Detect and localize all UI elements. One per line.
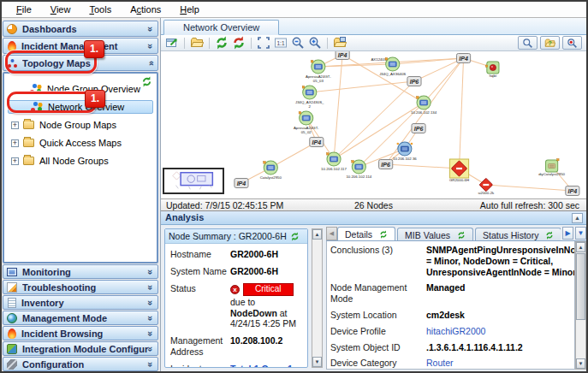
sidebar-panel-dashboards[interactable]: Dashboards» xyxy=(3,21,158,37)
expand-plus-icon[interactable]: + xyxy=(11,121,19,129)
menu-view[interactable]: View xyxy=(41,3,80,15)
scrollbar-thumb[interactable] xyxy=(576,253,585,320)
refresh-icon[interactable] xyxy=(376,230,388,239)
sidebar-panel-incident-browsing[interactable]: Incident Browsing» xyxy=(3,326,158,340)
status-refresh-icon[interactable] xyxy=(232,36,246,50)
field-value[interactable]: hitachiGR2000 xyxy=(426,326,571,337)
sidebar-item-all-node-groups[interactable]: +All Node Groups xyxy=(8,154,153,168)
menu-file[interactable]: File xyxy=(7,3,41,15)
map-node-f-ip4[interactable]: IP4 xyxy=(456,54,470,63)
sidebar-panel-integration-module-configuration[interactable]: Integration Module Configuration» xyxy=(3,341,158,356)
map-node-j-ip4[interactable]: IP4 xyxy=(310,138,324,147)
expand-chevron-icon[interactable]: » xyxy=(146,43,156,48)
map-node-o-ip6[interactable]: IP6 xyxy=(379,160,393,169)
map-node-h-ip6[interactable]: IP6 xyxy=(407,77,421,86)
expand-chevron-icon[interactable]: » xyxy=(146,269,156,274)
folder-icon xyxy=(23,157,34,165)
map-node-s-si2000-2k[interactable]: si2000-2k xyxy=(478,178,495,195)
find-node-icon[interactable] xyxy=(562,36,582,50)
expand-chevron-icon[interactable]: » xyxy=(146,284,156,289)
collapse-chevron-icon[interactable]: » xyxy=(146,60,156,65)
tab-status-history[interactable]: Status History xyxy=(475,228,561,241)
map-node-m-10-206-102-36[interactable]: 10.206.102.36 xyxy=(393,142,417,161)
map-node-g-hqbt[interactable]: hqbt xyxy=(485,62,499,78)
field-label: Hostname xyxy=(170,249,230,260)
field-value[interactable]: Total:1 Open:1 Last Hour:0 Last Day:0 Fi… xyxy=(230,364,304,368)
menu-tools[interactable]: Tools xyxy=(80,3,121,15)
expand-chevron-icon[interactable]: » xyxy=(146,299,156,305)
map-node-c-j34q-ax2430s-2[interactable]: J34Q_AX2430S_2 xyxy=(295,86,324,109)
open-map-icon[interactable] xyxy=(190,36,204,50)
map-node-k-10-206-102-117[interactable]: 10.206.102.117 xyxy=(321,152,347,171)
zoom-in-icon[interactable] xyxy=(308,36,322,50)
scroll-up-button[interactable]: ▲ xyxy=(312,229,322,240)
map-node-i-10-206-102-134[interactable]: 10.206.102.134 xyxy=(411,96,437,115)
expand-chevron-icon[interactable]: » xyxy=(146,26,156,31)
refresh-icon[interactable] xyxy=(454,231,466,240)
expand-chevron-icon[interactable]: » xyxy=(146,330,156,335)
details-scrollbar[interactable]: ▲ ▼ xyxy=(575,241,586,370)
actual-size-icon[interactable]: 1:1 xyxy=(274,36,288,50)
scroll-down-button[interactable]: ▼ xyxy=(576,358,585,369)
sidebar-item-quick-access-maps[interactable]: +Quick Access Maps xyxy=(8,136,153,150)
field-label: System Location xyxy=(330,310,426,321)
sidebar-panel-configuration[interactable]: Configuration» xyxy=(3,357,158,371)
management-mode-icon xyxy=(7,313,17,323)
expand-chevron-icon[interactable]: » xyxy=(146,361,156,366)
scroll-down-button[interactable]: ▼ xyxy=(312,357,322,367)
map-node-label: GR2000-6H xyxy=(449,179,469,183)
map-node-r-gr2000-6h[interactable]: GR2000-6H xyxy=(449,159,469,182)
map-help-icon[interactable]: ? xyxy=(540,36,560,50)
scroll-up-button[interactable]: ▲ xyxy=(576,242,585,252)
refresh-icon[interactable] xyxy=(290,232,300,241)
refresh-icon[interactable] xyxy=(215,36,229,50)
summary-row-status: StatusxCriticaldue to NodeDown at 4/24/1… xyxy=(170,283,304,330)
map-link xyxy=(386,164,460,169)
zoom-out-icon[interactable] xyxy=(291,36,305,50)
expand-plus-icon[interactable]: + xyxy=(11,139,19,147)
tab-scroll-left-button[interactable]: ◀ xyxy=(326,227,337,240)
topology-map[interactable]: IP4AX1240S-1ApresiaA24GT-05_03J34Q_AX243… xyxy=(161,51,586,198)
svg-text:IP6: IP6 xyxy=(414,126,424,132)
menu-actions[interactable]: Actions xyxy=(121,3,170,15)
sidebar-panel-inventory[interactable]: Inventory» xyxy=(3,295,158,310)
map-node-q-ip4[interactable]: IP4 xyxy=(235,179,248,188)
field-value[interactable]: Router xyxy=(426,358,571,369)
open-in-window-icon[interactable] xyxy=(165,36,179,50)
summary-scrollbar[interactable]: ▲ ▼ xyxy=(312,228,323,368)
menu-help[interactable]: Help xyxy=(170,3,209,15)
sidebar-panel-monitoring[interactable]: Monitoring» xyxy=(3,264,158,279)
refresh-icon[interactable] xyxy=(542,231,554,240)
sidebar-panel-troubleshooting[interactable]: Troubleshooting» xyxy=(3,280,158,294)
analysis-header[interactable]: Analysis ▲ xyxy=(161,211,586,225)
expand-chevron-icon[interactable]: » xyxy=(146,346,156,351)
analysis-panel: Analysis ▲ Node Summary : GR2000-6H Host… xyxy=(161,211,586,371)
map-node-t-diycatalyst2950[interactable]: diyCatalyst2950 xyxy=(538,159,565,177)
expand-plus-icon[interactable]: + xyxy=(11,157,19,165)
sidebar-panel-incident-management[interactable]: Incident Management» xyxy=(3,38,158,54)
map-node-u-ip4[interactable]: IP4 xyxy=(566,186,579,196)
map-node-d-apresiaa24gt-05-02[interactable]: ApresiaA24GT-05_02 xyxy=(294,111,319,134)
save-map-icon[interactable] xyxy=(333,36,347,50)
sidebar-panel-management-mode[interactable]: Management Mode» xyxy=(3,311,158,325)
sidebar-item-network-overview[interactable]: Network Overview xyxy=(8,100,153,114)
collapse-analysis-button[interactable]: ▲ xyxy=(572,213,583,223)
toolbar-separator xyxy=(251,38,252,49)
expand-chevron-icon[interactable]: » xyxy=(146,315,156,320)
map-node-b-apresiaa24gt-05-03[interactable]: ApresiaA24GT-05_03 xyxy=(306,60,331,83)
map-link xyxy=(310,81,414,92)
tab-scroll-right-button[interactable]: ▶ xyxy=(562,227,573,240)
map-node-n-ip6[interactable]: IP6 xyxy=(412,124,425,133)
sidebar-item-node-group-maps[interactable]: +Node Group Maps xyxy=(8,118,153,132)
tab-list-dropdown-button[interactable]: ▼ xyxy=(575,227,586,240)
sidebar-item-node-group-overview[interactable]: Node Group Overview xyxy=(8,82,153,96)
map-canvas[interactable]: IP4AX1240S-1ApresiaA24GT-05_03J34Q_AX243… xyxy=(161,51,586,198)
tab-details[interactable]: Details xyxy=(337,227,395,241)
tab-mib-values[interactable]: MIB Values xyxy=(397,228,473,241)
map-node-a-ip4[interactable]: IP4 xyxy=(336,51,349,60)
fit-in-window-icon[interactable] xyxy=(257,36,270,50)
tab-network-overview[interactable]: Network Overview xyxy=(163,20,279,35)
sidebar-panel-topology-maps[interactable]: Topology Maps» xyxy=(3,55,158,71)
find-icon[interactable] xyxy=(518,36,538,50)
overview-inset[interactable] xyxy=(163,168,224,194)
